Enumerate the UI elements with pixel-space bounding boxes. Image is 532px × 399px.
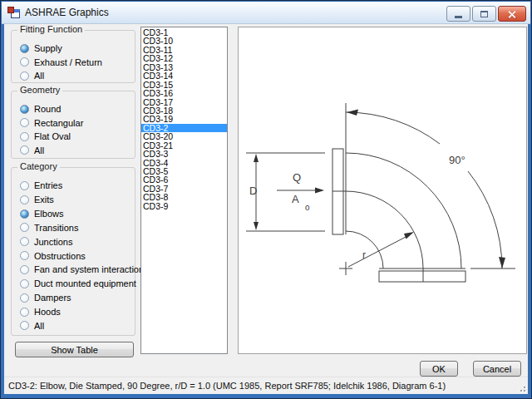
- radio-option-exits[interactable]: Exits: [20, 193, 133, 207]
- radio-icon: [20, 251, 29, 260]
- radio-option-elbows[interactable]: Elbows: [20, 207, 133, 221]
- radio-label: Dampers: [34, 293, 71, 303]
- radio-icon: [20, 279, 29, 288]
- geometry-options: Round Rectangular Flat Oval All: [20, 91, 133, 157]
- diagram-label-area: A: [292, 193, 299, 205]
- maximize-button[interactable]: [472, 6, 496, 22]
- radio-label: Obstructions: [34, 251, 86, 261]
- radio-icon: [20, 237, 29, 246]
- diagram-label-angle: 90°: [449, 154, 466, 166]
- status-text: CD3-2: Elbow, Die Stamped, 90 Degree, r/…: [4, 381, 446, 391]
- radio-icon: [20, 321, 29, 330]
- diagram-label-diameter: D: [249, 185, 257, 197]
- elbow-diagram: D Q A o: [239, 27, 526, 353]
- radio-option-dampers[interactable]: Dampers: [20, 291, 133, 305]
- radio-option-transitions[interactable]: Transitions: [20, 221, 133, 235]
- window-controls: [446, 6, 526, 22]
- radio-option-flat-oval[interactable]: Flat Oval: [20, 130, 133, 144]
- cancel-label: Cancel: [483, 364, 511, 374]
- window-title: ASHRAE Graphics: [25, 7, 109, 18]
- client-area: Fitting Function Supply Exhaust / Return…: [4, 24, 528, 377]
- radio-label: All: [34, 145, 44, 155]
- radio-label: Fan and system interaction: [34, 264, 144, 274]
- fitting-listbox[interactable]: CD3-1 CD3-10 CD3-11 CD3-12 CD3-13 CD3-14…: [140, 27, 228, 354]
- close-button[interactable]: [498, 6, 526, 22]
- radio-icon: [20, 145, 29, 155]
- ok-label: OK: [432, 364, 446, 374]
- radio-selected-icon: [20, 44, 29, 53]
- list-item[interactable]: CD3-16: [141, 89, 227, 97]
- radio-option-obstructions[interactable]: Obstructions: [20, 249, 133, 263]
- resize-grip-icon[interactable]: [517, 383, 527, 393]
- radio-option-all-function[interactable]: All: [20, 69, 133, 83]
- radio-selected-icon: [20, 105, 29, 114]
- fitting-function-options: Supply Exhaust / Return All: [20, 31, 133, 83]
- radio-icon: [20, 265, 29, 274]
- radio-label: Supply: [34, 43, 62, 53]
- radio-option-duct-mounted-equipment[interactable]: Duct mounted equipment: [20, 277, 133, 291]
- radio-selected-icon: [20, 209, 29, 219]
- cancel-button[interactable]: Cancel: [473, 361, 521, 377]
- show-table-button[interactable]: Show Table: [15, 342, 134, 357]
- radio-label: Elbows: [34, 209, 63, 219]
- radio-option-rectangular[interactable]: Rectangular: [20, 116, 133, 131]
- radio-icon: [20, 195, 29, 204]
- list-item[interactable]: CD3-9: [141, 202, 227, 210]
- radio-icon: [20, 293, 29, 303]
- app-window-icon: [7, 6, 21, 19]
- radio-option-supply[interactable]: Supply: [20, 42, 133, 56]
- window-frame: ASHRAE Graphics Fitting Function: [0, 0, 532, 399]
- diagram-panel: D Q A o: [238, 27, 527, 354]
- app-icon-red-square: [7, 7, 14, 13]
- radio-label: Hoods: [34, 307, 61, 317]
- radio-label: Junctions: [34, 237, 72, 247]
- list-item[interactable]: CD3-3: [141, 150, 227, 158]
- ashrae-graphics-window: ASHRAE Graphics Fitting Function: [0, 0, 532, 399]
- ok-button[interactable]: OK: [420, 361, 458, 377]
- fitting-function-group: Fitting Function Supply Exhaust / Return…: [11, 30, 135, 83]
- category-options: Entries Exits Elbows Transitions: [20, 168, 133, 332]
- radio-icon: [20, 308, 29, 317]
- title-bar[interactable]: ASHRAE Graphics: [2, 2, 530, 24]
- radio-option-all-category[interactable]: All: [20, 318, 133, 332]
- radio-label: Round: [34, 104, 61, 114]
- radio-label: Exits: [34, 195, 54, 204]
- close-icon: [508, 10, 516, 18]
- radio-option-round[interactable]: Round: [20, 102, 133, 116]
- maximize-icon: [480, 11, 488, 17]
- radio-option-exhaust-return[interactable]: Exhaust / Return: [20, 56, 133, 70]
- radio-option-hoods[interactable]: Hoods: [20, 305, 133, 319]
- minimize-button[interactable]: [446, 6, 470, 22]
- radio-icon: [20, 223, 29, 232]
- radio-icon: [20, 57, 29, 66]
- radio-option-all-geometry[interactable]: All: [20, 144, 133, 158]
- radio-label: Flat Oval: [34, 131, 71, 141]
- radio-option-entries[interactable]: Entries: [20, 179, 133, 193]
- radio-icon: [20, 181, 29, 190]
- radio-icon: [20, 118, 29, 127]
- radio-option-fan-system-interaction[interactable]: Fan and system interaction: [20, 263, 133, 277]
- diagram-label-flow: Q: [293, 171, 301, 184]
- category-group: Category Entries Exits Elbows: [11, 167, 135, 336]
- radio-icon: [20, 71, 29, 81]
- radio-icon: [20, 132, 29, 141]
- radio-label: Rectangular: [34, 118, 83, 128]
- radio-option-junctions[interactable]: Junctions: [20, 234, 133, 249]
- radio-label: Transitions: [34, 223, 78, 233]
- show-table-label: Show Table: [51, 345, 98, 355]
- minimize-icon: [455, 16, 462, 18]
- radio-label: Exhaust / Return: [34, 57, 102, 67]
- radio-label: All: [34, 71, 44, 81]
- status-bar: CD3-2: Elbow, Die Stamped, 90 Degree, r/…: [4, 377, 528, 394]
- radio-label: Entries: [34, 180, 62, 190]
- diagram-label-area-sub: o: [305, 203, 310, 212]
- diagram-label-radius: r: [362, 249, 366, 261]
- radio-label: All: [34, 321, 44, 331]
- radio-label: Duct mounted equipment: [34, 278, 136, 288]
- geometry-group: Geometry Round Rectangular Flat Oval: [11, 91, 135, 159]
